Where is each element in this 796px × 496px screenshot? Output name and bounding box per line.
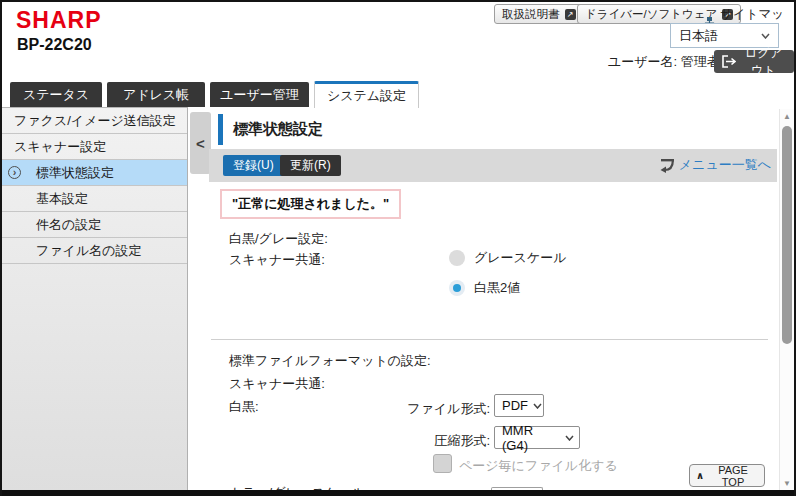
- file-format-section-heading: 標準ファイルフォーマットの設定:: [229, 352, 431, 370]
- driver-button-label: ドライバー/ソフトウェア: [585, 7, 717, 22]
- sidebar: ファクス/イメージ送信設定 スキャナー設定 › 標準状態設定 基本設定 件名の設…: [2, 107, 188, 492]
- sidebar-item-basic-settings[interactable]: 基本設定: [2, 186, 187, 212]
- sidebar-item-file-name-settings[interactable]: ファイル名の設定: [2, 238, 187, 264]
- page-top-button[interactable]: ∧ PAGE TOP: [689, 464, 765, 487]
- chevron-down-icon: [533, 403, 542, 409]
- menu-list-label: メニュー一覧へ: [679, 156, 771, 174]
- page-top-label: PAGE TOP: [708, 464, 758, 488]
- file-format-value: PDF: [502, 398, 528, 413]
- per-page-checkbox[interactable]: [433, 454, 452, 473]
- tab-status[interactable]: ステータス: [10, 82, 102, 107]
- manual-button[interactable]: 取扱説明書 ↗: [494, 4, 584, 24]
- external-link-icon: ↗: [565, 9, 576, 20]
- tab-user-management[interactable]: ユーザー管理: [210, 82, 309, 107]
- sidebar-item-label: スキャナー設定: [14, 139, 106, 154]
- page-title: 標準状態設定: [233, 120, 323, 139]
- update-button[interactable]: 更新(R): [280, 155, 341, 176]
- sidebar-item-label: 標準状態設定: [36, 165, 114, 180]
- logout-button[interactable]: ログアウト: [714, 50, 794, 73]
- model-name: BP-22C20: [17, 36, 92, 54]
- sidebar-item-label: ファクス/イメージ送信設定: [14, 113, 176, 128]
- app-window: SHARP BP-22C20 取扱説明書 ↗ ドライバー/ソフトウェア ↗ サイ…: [0, 0, 796, 496]
- chevron-down-icon: [761, 33, 770, 39]
- bw-gray-section-heading: 白黒/グレー設定:: [229, 230, 328, 248]
- scanner-common-label: スキャナー共通:: [229, 251, 325, 269]
- bw-row-label: 白黒:: [229, 398, 259, 416]
- window-bottom-bar: [2, 490, 794, 496]
- menu-list-link[interactable]: メニュー一覧へ: [659, 156, 771, 174]
- manual-button-label: 取扱説明書: [502, 7, 560, 22]
- compression-select[interactable]: MMR (G4): [494, 426, 580, 449]
- submit-button[interactable]: 登録(U): [223, 155, 284, 176]
- tab-address-book[interactable]: アドレス帳: [107, 82, 205, 107]
- sidebar-item-fax-image-send[interactable]: ファクス/イメージ送信設定: [2, 108, 187, 134]
- sidebar-item-default-state-settings[interactable]: › 標準状態設定: [2, 160, 187, 186]
- scroll-up-arrow-icon[interactable]: ▲: [781, 112, 793, 121]
- sidebar-item-label: ファイル名の設定: [36, 243, 142, 258]
- file-format-label: ファイル形式:: [400, 400, 490, 418]
- section-divider: [211, 339, 768, 340]
- title-accent-bar: [218, 114, 223, 145]
- sidebar-item-label: 基本設定: [36, 191, 88, 206]
- logout-label: ログアウト: [741, 45, 786, 79]
- per-page-checkbox-label: ページ毎にファイル化する: [459, 457, 618, 475]
- radio-bw2-label: 白黒2値: [474, 279, 520, 297]
- radio-bw-2value[interactable]: [449, 280, 465, 296]
- user-name-label: ユーザー名: 管理者: [608, 53, 720, 71]
- menu-list-return-icon: [659, 158, 676, 173]
- sharp-logo: SHARP: [16, 7, 102, 34]
- scrollbar[interactable]: ▲ ▼: [779, 109, 794, 492]
- compression-value: MMR (G4): [502, 423, 560, 453]
- toolbar: 登録(U) 更新(R) メニュー一覧へ: [209, 149, 777, 182]
- circled-arrow-icon: ›: [8, 166, 21, 179]
- scanner-common-label: スキャナー共通:: [229, 375, 325, 393]
- sidebar-item-label: 件名の設定: [36, 217, 101, 232]
- radio-grayscale-label: グレースケール: [474, 249, 567, 267]
- sidebar-item-scanner-settings[interactable]: スキャナー設定: [2, 134, 187, 160]
- status-message: "正常に処理されました。": [220, 189, 401, 219]
- sidebar-item-subject-settings[interactable]: 件名の設定: [2, 212, 187, 238]
- language-value: 日本語: [679, 27, 718, 45]
- scroll-down-arrow-icon[interactable]: ▼: [781, 479, 793, 488]
- caret-up-icon: ∧: [696, 471, 704, 481]
- logout-icon: [722, 55, 736, 68]
- radio-row-bw2: 白黒2値: [449, 279, 520, 297]
- scrollbar-thumb[interactable]: [782, 126, 792, 344]
- sidebar-collapse-button[interactable]: <: [190, 112, 211, 174]
- radio-grayscale[interactable]: [449, 250, 465, 266]
- compression-label: 圧縮形式:: [400, 432, 490, 450]
- tab-system-settings[interactable]: システム設定: [314, 81, 419, 108]
- chevron-down-icon: [565, 435, 574, 441]
- radio-row-grayscale: グレースケール: [449, 249, 567, 267]
- file-format-select[interactable]: PDF: [494, 394, 544, 417]
